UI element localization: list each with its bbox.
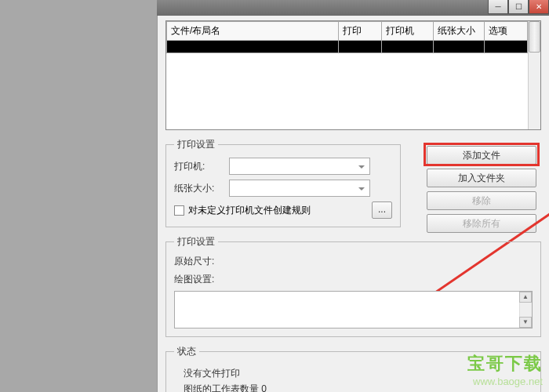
th-print[interactable]: 打印 xyxy=(339,22,382,41)
table-scrollbar[interactable] xyxy=(528,21,540,129)
browse-button[interactable]: ... xyxy=(372,201,392,219)
draw-settings-textarea[interactable]: ▲ ▼ xyxy=(174,291,533,328)
draw-settings-label: 绘图设置: xyxy=(174,273,229,286)
table-header-row: 文件/布局名 打印 打印机 纸张大小 选项 xyxy=(167,22,528,41)
file-table-container: 文件/布局名 打印 打印机 纸张大小 选项 xyxy=(165,20,541,130)
watermark-url: www.baoge.net xyxy=(467,376,543,387)
print-settings-group: 打印设置 打印机: 纸张大小: 对未定义打印机文件创建规则 ... xyxy=(165,138,401,227)
th-printer[interactable]: 打印机 xyxy=(381,22,433,41)
print-settings-legend: 打印设置 xyxy=(174,138,218,151)
print-settings2-legend: 打印设置 xyxy=(174,235,218,249)
orig-size-label: 原始尺寸: xyxy=(174,255,229,268)
printer-combo[interactable] xyxy=(229,158,370,175)
status-legend: 状态 xyxy=(174,345,199,358)
create-rule-label: 对未定义打印机文件创建规则 xyxy=(188,204,311,217)
th-options[interactable]: 选项 xyxy=(485,22,528,41)
close-button[interactable]: ✕ xyxy=(529,0,549,14)
create-rule-checkbox[interactable] xyxy=(174,205,184,216)
watermark-title: 宝哥下载 xyxy=(467,352,543,376)
th-papersize[interactable]: 纸张大小 xyxy=(433,22,485,41)
remove-all-button[interactable]: 移除所有 xyxy=(427,214,536,233)
print-settings2-group: 打印设置 原始尺寸: 绘图设置: ▲ ▼ xyxy=(165,235,541,337)
side-button-panel: 添加文件 加入文件夹 移除 移除所有 xyxy=(427,146,536,233)
file-table: 文件/布局名 打印 打印机 纸张大小 选项 xyxy=(166,21,528,53)
printer-label: 打印机: xyxy=(174,160,229,173)
th-filename[interactable]: 文件/布局名 xyxy=(167,22,339,41)
textarea-scrollbar[interactable]: ▲ ▼ xyxy=(519,292,532,328)
left-sidebar xyxy=(0,0,157,392)
scrollbar-handle[interactable] xyxy=(529,21,540,53)
watermark: 宝哥下载 www.baoge.net xyxy=(467,352,543,387)
table-row[interactable] xyxy=(167,41,528,53)
remove-button[interactable]: 移除 xyxy=(427,191,536,210)
main-panel: 文件/布局名 打印 打印机 纸张大小 选项 打印设置 打印机: 纸张 xyxy=(157,16,549,392)
scroll-up-icon[interactable]: ▲ xyxy=(519,292,532,303)
scroll-down-icon[interactable]: ▼ xyxy=(519,317,532,328)
add-folder-button[interactable]: 加入文件夹 xyxy=(427,169,536,187)
minimize-button[interactable]: ─ xyxy=(488,0,508,14)
add-file-button[interactable]: 添加文件 xyxy=(427,146,536,165)
maximize-button[interactable]: ☐ xyxy=(508,0,529,14)
paper-combo[interactable] xyxy=(229,180,370,197)
paper-label: 纸张大小: xyxy=(174,182,229,195)
